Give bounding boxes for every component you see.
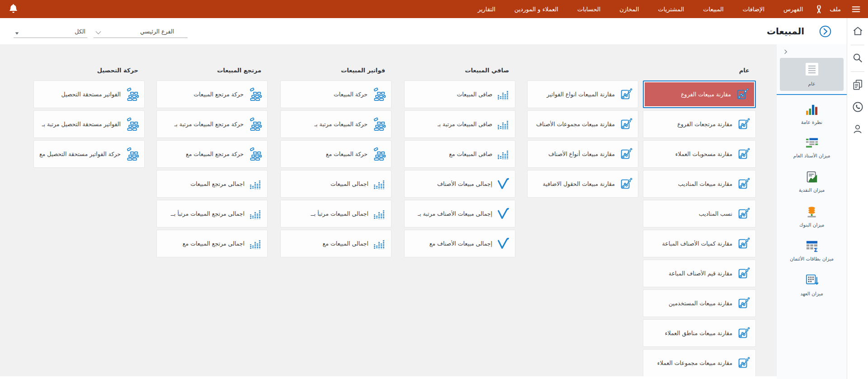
chart-doc-icon (736, 356, 750, 370)
report-tile-label: حركة المبيعات مرتبة بـ (314, 121, 368, 128)
report-tile[interactable]: مقارنة مبيعات مجموعات الأصناف (527, 110, 638, 138)
nav-rail-item[interactable]: ميزان الأستاذ العام (777, 133, 847, 162)
report-tile[interactable]: حركة مرتجع المبيعات مع (156, 140, 268, 168)
column-header: حركة التحصيل (33, 67, 145, 76)
report-tile[interactable]: حركة المبيعات مع (280, 140, 392, 168)
report-tile[interactable]: إجمالى مبيعات الأصناف مرتبة بـ (404, 200, 515, 227)
report-tile[interactable]: حركة مرتجع المبيعات مرتبة بـ (156, 110, 268, 138)
report-tile[interactable]: اجمالى المبيعات مرتبأ بــ (280, 200, 392, 227)
equalizer-icon (373, 207, 386, 220)
report-tile-label: مقارنة مبيعات الحقول الاضافية (543, 180, 615, 187)
report-tile[interactable]: اجمالى مرتجع المبيعات مع (156, 230, 268, 257)
report-tile-label: الفواتير مستحقة التحصيل مرتبة بـ (42, 121, 121, 128)
nav-rail-item[interactable]: عام (780, 58, 844, 91)
topbar-menu-item[interactable]: الحسابات (577, 6, 600, 13)
bell-icon[interactable] (8, 4, 19, 15)
branch-dropdown[interactable]: الفرع الرئيسي (94, 24, 188, 38)
bricks-icon (372, 117, 386, 131)
report-tile[interactable]: نسب المناديب (643, 200, 756, 227)
circle-arrow-button[interactable] (819, 25, 832, 38)
equalizer-icon (249, 207, 262, 220)
nav-rail-item-label: ميزان العهد (778, 291, 845, 297)
report-column: مرتجع المبيعاتحركة مرتجع المبيعاتحركة مر… (156, 67, 268, 260)
report-tile-label: اجمالى المبيعات (330, 180, 368, 187)
documents-button[interactable] (852, 79, 863, 92)
topbar-menu-item[interactable]: الفهرس (783, 6, 803, 13)
report-tile[interactable]: صافى المبيعات (404, 81, 515, 108)
report-tile[interactable]: اجمالى المبيعات (280, 170, 392, 198)
chevron-right-icon (782, 48, 789, 55)
chart-doc-icon (736, 177, 750, 191)
report-tile[interactable]: حركة المبيعات (280, 81, 392, 108)
report-tile[interactable]: مقارنة مبيعات الحقول الاضافية (527, 170, 638, 198)
report-tile[interactable]: الفواتير مستحقة التحصيل مرتبة بـ (33, 110, 145, 138)
bricks-icon (125, 87, 139, 101)
page-title: المبيعات (767, 26, 804, 37)
scope-dropdown-value: الكل (75, 28, 85, 35)
bricks-icon (248, 117, 262, 131)
report-tile[interactable]: اجمالى مرتجع المبيعات (156, 170, 268, 198)
column-header: فواتير المبيعات (280, 67, 392, 76)
user-button[interactable] (852, 123, 863, 136)
report-tile[interactable]: مقارنة مبيعات أنواع الأصناف (527, 140, 638, 168)
topbar-menu-item[interactable]: التقارير (478, 6, 495, 13)
report-tile[interactable]: مقارنة مبيعات مناطق العملاء (643, 319, 756, 347)
report-tile[interactable]: صافى المبيعات مع (404, 140, 515, 168)
topbar-menu-item[interactable]: المبيعات (703, 6, 723, 13)
report-tile[interactable]: مقارنة مسحوبات العملاء (643, 140, 756, 168)
report-tile[interactable]: مقارنة مبيعات مجموعات العملاء (643, 349, 756, 377)
report-tile-label: صافى المبيعات (457, 91, 492, 98)
report-tile[interactable]: مقارنة المبيعات انواع الفواتير (527, 81, 638, 108)
report-tile-label: حركة المبيعات (334, 91, 368, 98)
nav-rail-item[interactable]: نظرة عامة (777, 99, 847, 129)
report-tile[interactable]: مقارنة مرتجعات الفروع (643, 110, 756, 138)
whatsapp-icon (852, 101, 863, 113)
report-tile[interactable]: حركة المبيعات مرتبة بـ (280, 110, 392, 138)
ribbon-icon[interactable] (815, 4, 823, 14)
topbar-menu-item[interactable]: المشتريات (658, 6, 684, 13)
nav-rail-item[interactable]: ميزان العهد (777, 270, 847, 300)
report-tile[interactable]: حركة الفواتير مستحقة التحصيل مع (33, 140, 145, 168)
nav-rail-item-label: نظرة عامة (778, 119, 845, 125)
scope-dropdown[interactable]: الكل (14, 24, 87, 38)
report-tile-label: مقارنة مبيعات الفروع (681, 91, 731, 98)
report-tile[interactable]: مقارنة مبيعات الفروع (643, 81, 756, 108)
cash-icon (806, 171, 818, 183)
home-button[interactable] (852, 25, 863, 38)
report-tile[interactable]: اجمالى المبيعات مع (280, 230, 392, 257)
report-tile[interactable]: صافى المبيعات مرتبة بـ (404, 110, 515, 138)
bricks-icon (125, 147, 139, 161)
report-tile[interactable]: مقارنة مبيعات المستخدمين (643, 289, 756, 317)
report-tile[interactable]: مقارنة مبيعات المناديب (643, 170, 756, 198)
app-window: ملف الفهرسالإضافاتالمبيعاتالمشترياتالمخا… (0, 0, 868, 379)
nav-rail-item[interactable]: Σميزان بطاقات الأئتمان (777, 236, 847, 265)
report-tile[interactable]: مقارنة كميات الأصناف المباعة (643, 230, 756, 257)
hamburger-icon[interactable] (850, 4, 862, 14)
chart-doc-icon (619, 177, 632, 191)
general-icon (804, 62, 820, 77)
bricks-icon (372, 87, 386, 101)
nav-rail-item[interactable]: ميزان النقدية (777, 166, 847, 197)
report-tile[interactable]: اجمالى مرتجع المبيعات مرتبأ بــ (156, 200, 268, 227)
bricks-icon (248, 147, 262, 161)
nav-rail-item-label: ميزان بطاقات الأئتمان (778, 256, 845, 262)
report-tile-label: مقارنة مرتجعات الفروع (677, 121, 732, 128)
divider (851, 71, 864, 72)
bricks-icon (372, 147, 386, 161)
report-tile[interactable]: الفواتير مستحقة التحصيل (33, 81, 145, 108)
report-tile-label: مقارنة مبيعات المستخدمين (669, 300, 732, 307)
topbar-menu-item[interactable]: العملاء و الموردين (514, 6, 558, 13)
report-tile[interactable]: إجمالى مبيعات الأصناف (404, 170, 515, 198)
topbar-menu-item-file[interactable]: ملف (830, 6, 841, 13)
report-tile[interactable]: إجمالى مبيعات الأصناف مع (404, 230, 515, 257)
topbar-menu-item[interactable]: المخازن (619, 6, 639, 13)
topbar-menu-item[interactable]: الإضافات (743, 6, 764, 13)
report-tile[interactable]: مقارنة قيم الأصناف المباعة (643, 260, 756, 287)
user-icon (852, 123, 863, 134)
search-button[interactable] (852, 52, 863, 65)
report-tile[interactable]: حركة مرتجع المبيعات (156, 81, 268, 108)
topbar: ملف الفهرسالإضافاتالمبيعاتالمشترياتالمخا… (0, 0, 868, 18)
rail-collapse-button[interactable] (777, 47, 847, 58)
nav-rail-item[interactable]: ميزان البنوك (777, 201, 847, 232)
whatsapp-button[interactable] (852, 101, 863, 114)
